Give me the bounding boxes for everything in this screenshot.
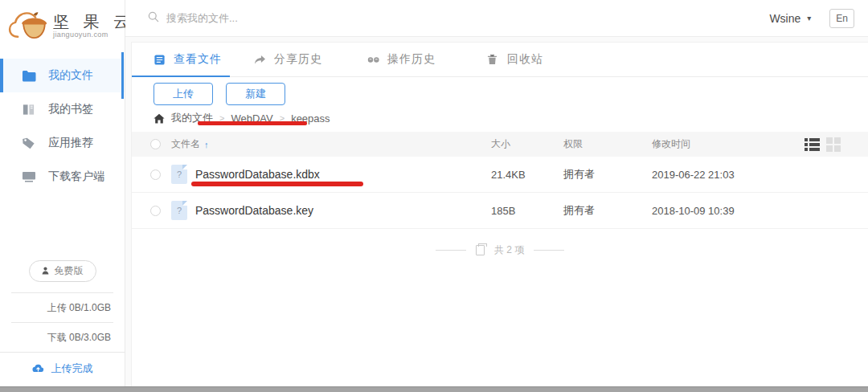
file-size: 185B — [491, 205, 563, 217]
unknown-file-icon: ? — [171, 165, 187, 184]
annotation-underline-breadcrumb — [198, 121, 307, 125]
tab-share-history[interactable]: 分享历史 — [254, 43, 322, 76]
search-icon — [148, 11, 159, 26]
file-table-header: 文件名 ↑ 大小 权限 修改时间 — [132, 132, 868, 157]
cloud-upload-icon — [32, 363, 44, 375]
plan-badge[interactable]: 免费版 — [29, 260, 96, 282]
upload-status: 上传完成 — [0, 353, 125, 386]
sidebar: 坚 果 云 jianguoyun.com 我的文件 我的书签 应用推荐 — [0, 0, 125, 386]
file-list-icon — [154, 53, 166, 66]
tag-icon — [22, 137, 36, 149]
sidebar-menu: 我的文件 我的书签 应用推荐 下载客户端 — [0, 59, 125, 194]
brand-domain: jianguoyun.com — [53, 31, 134, 39]
file-permission: 拥有者 — [563, 167, 652, 182]
row-checkbox[interactable] — [150, 169, 161, 180]
search-input[interactable] — [166, 12, 424, 24]
item-count-footer: 共 2 项 — [132, 243, 868, 257]
column-header-permission[interactable]: 权限 — [563, 137, 652, 151]
file-modified: 2018-10-09 10:39 — [652, 205, 805, 217]
new-button[interactable]: 新建 — [226, 83, 285, 105]
column-header-filename-label: 文件名 — [171, 137, 200, 151]
column-header-modified[interactable]: 修改时间 — [652, 137, 805, 151]
window-bottom-edge — [0, 386, 868, 392]
file-size: 21.4KB — [491, 169, 563, 181]
share-arrow-icon — [254, 53, 267, 66]
tab-label: 查看文件 — [174, 52, 222, 67]
tab-label: 操作历史 — [387, 52, 436, 67]
monitor-icon — [22, 170, 36, 183]
file-name[interactable]: PasswordDatabase.kdbx — [195, 168, 320, 181]
sort-ascending-icon: ↑ — [204, 140, 209, 149]
trash-icon — [487, 53, 500, 66]
grid-view-icon[interactable] — [826, 137, 841, 152]
annotation-underline-kdbx — [191, 182, 363, 186]
content-area: 查看文件 分享历史 操作历史 回收站 上传 — [125, 37, 868, 386]
home-icon — [154, 113, 165, 124]
file-modified: 2019-06-22 21:03 — [652, 169, 805, 181]
tab-label: 分享历史 — [274, 52, 322, 67]
brand-logo[interactable]: 坚 果 云 jianguoyun.com — [0, 0, 125, 44]
language-toggle-button[interactable]: En — [829, 9, 854, 28]
tab-operation-history[interactable]: 操作历史 — [367, 43, 436, 76]
sidebar-item-label: 我的文件 — [48, 68, 93, 83]
column-header-size[interactable]: 大小 — [491, 137, 563, 151]
chevron-down-icon: ▾ — [807, 14, 811, 22]
file-permission: 拥有者 — [563, 203, 652, 218]
plan-badge-label: 免费版 — [55, 264, 84, 278]
row-checkbox[interactable] — [150, 206, 161, 216]
list-view-icon[interactable] — [805, 138, 820, 151]
person-icon — [42, 266, 49, 277]
unknown-file-icon: ? — [171, 201, 187, 220]
divider — [436, 250, 466, 251]
username: Wsine — [769, 12, 800, 25]
select-all-checkbox[interactable] — [150, 139, 161, 149]
item-count-label: 共 2 项 — [494, 243, 524, 257]
brand-text: 坚 果 云 jianguoyun.com — [53, 13, 134, 39]
table-row[interactable]: ? PasswordDatabase.kdbx 21.4KB 拥有者 2019-… — [132, 157, 868, 193]
bookmark-icon — [22, 103, 36, 116]
folder-icon — [22, 69, 36, 82]
upload-quota: 上传 0B/1.0GB — [0, 293, 125, 322]
sidebar-item-my-files[interactable]: 我的文件 — [0, 59, 125, 92]
tab-bar: 查看文件 分享历史 操作历史 回收站 — [132, 43, 868, 77]
sidebar-footer: 免费版 上传 0B/1.0GB 下载 0B/3.0GB 上传完成 — [0, 260, 125, 386]
divider — [534, 250, 564, 251]
tab-label: 回收站 — [507, 52, 543, 67]
upload-status-label: 上传完成 — [51, 361, 93, 376]
sidebar-item-my-bookmarks[interactable]: 我的书签 — [0, 92, 125, 126]
table-row[interactable]: ? PasswordDatabase.key 185B 拥有者 2018-10-… — [132, 193, 868, 229]
sidebar-item-label: 下载客户端 — [48, 169, 104, 184]
sidebar-item-app-recommendations[interactable]: 应用推荐 — [0, 126, 125, 160]
history-icon — [367, 53, 380, 66]
tab-view-files[interactable]: 查看文件 — [132, 43, 230, 76]
brand-name: 坚 果 云 — [53, 13, 134, 31]
search-box — [148, 11, 769, 26]
acorn-logo-icon — [6, 7, 51, 44]
sidebar-item-label: 我的书签 — [48, 102, 93, 116]
sidebar-item-label: 应用推荐 — [48, 136, 93, 150]
download-quota: 下载 0B/3.0GB — [0, 323, 125, 352]
topbar: Wsine ▾ En — [125, 0, 868, 37]
tab-recycle-bin[interactable]: 回收站 — [487, 43, 543, 76]
column-header-filename[interactable]: 文件名 ↑ — [171, 137, 491, 151]
user-menu[interactable]: Wsine ▾ — [769, 12, 811, 25]
action-buttons: 上传 新建 — [132, 77, 868, 105]
sidebar-item-download-client[interactable]: 下载客户端 — [0, 160, 125, 194]
upload-button[interactable]: 上传 — [154, 83, 213, 105]
file-name[interactable]: PasswordDatabase.key — [195, 204, 313, 217]
file-panel: 查看文件 分享历史 操作历史 回收站 上传 — [131, 42, 868, 386]
files-count-icon — [476, 245, 485, 255]
